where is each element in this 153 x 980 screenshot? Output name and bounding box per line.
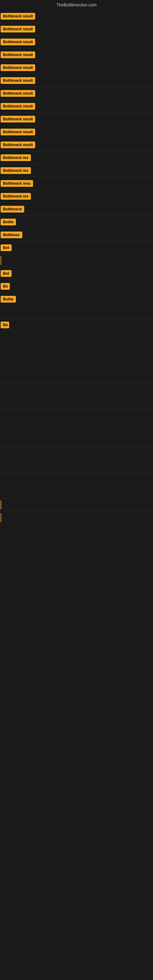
bar-container: Bot (1, 244, 152, 251)
table-row: Bottleneck result (0, 126, 153, 138)
bottleneck-badge: Bottleneck result (1, 51, 35, 58)
bar-container: Bottleneck result (1, 77, 152, 84)
table-row (0, 447, 153, 460)
table-row: Bottleneck res (0, 151, 153, 164)
table-row: Bottlenec (0, 229, 153, 241)
table-row (0, 305, 153, 318)
row-line-indicator (1, 256, 1, 265)
table-row: Bottleneck res (0, 164, 153, 177)
bar-container: Bottleneck res (1, 167, 152, 174)
table-row (0, 434, 153, 447)
table-row (0, 383, 153, 396)
table-row: Bottleneck result (0, 100, 153, 113)
bar-container: Bottleneck resu (1, 180, 152, 187)
table-row: Bot (0, 267, 153, 280)
bottleneck-badge: Bot (1, 244, 12, 251)
table-row: Bo (0, 318, 153, 331)
table-row (0, 422, 153, 434)
bar-container: Bottleneck result (1, 26, 152, 32)
table-row (0, 331, 153, 344)
bottleneck-badge: Bottleneck result (1, 116, 35, 123)
bar-container: Bo (1, 321, 152, 328)
table-row: Bottleneck result (0, 10, 153, 23)
bar-container: Bottleneck result (1, 129, 152, 135)
bar-container: Bottleneck result (1, 13, 152, 20)
bottleneck-badge: Bottleneck result (1, 77, 35, 84)
table-row (0, 370, 153, 383)
table-row: Bo (0, 280, 153, 293)
bottleneck-badge: Bottle (1, 296, 16, 302)
table-row (0, 499, 153, 511)
bottleneck-badge: Bo (1, 283, 10, 290)
table-row: Bottleneck res (0, 190, 153, 203)
bar-container: Bottleneck result (1, 51, 152, 58)
bar-container: Bottleneck result (1, 103, 152, 110)
table-row (0, 486, 153, 499)
bottleneck-badge: Bottleneck res (1, 193, 31, 200)
bottleneck-badge: Bo (1, 321, 9, 328)
row-line-indicator (1, 513, 1, 522)
bottleneck-badge: Bottleneck result (1, 90, 35, 97)
table-row: Bottleneck (0, 203, 153, 216)
bar-container: Bottle (1, 296, 152, 302)
table-row: Bottleneck resu (0, 177, 153, 190)
bottleneck-badge: Bottleneck result (1, 64, 35, 71)
bar-container: Bottleneck (1, 206, 152, 213)
bar-container: Bottleneck result (1, 116, 152, 123)
table-row: Bottle (0, 293, 153, 305)
bottleneck-badge: Bottle (1, 219, 16, 225)
bottleneck-badge: Bottleneck (1, 206, 24, 213)
table-row: Bottleneck result (0, 87, 153, 100)
table-row: Bottleneck result (0, 23, 153, 35)
bottleneck-badge: Bottleneck result (1, 26, 35, 32)
bar-container: Bottleneck result (1, 64, 152, 71)
table-row: Bot (0, 241, 153, 254)
table-row (0, 409, 153, 422)
bar-container: Bot (1, 270, 152, 277)
table-row (0, 473, 153, 486)
site-title: TheBottlenecker.com (0, 0, 153, 10)
bar-container: Bottleneck result (1, 142, 152, 148)
bottleneck-badge: Bottleneck resu (1, 180, 33, 187)
bar-container: Bottlenec (1, 232, 152, 238)
table-row: Bottleneck result (0, 48, 153, 61)
table-row (0, 357, 153, 370)
table-row (0, 460, 153, 473)
table-row: Bottleneck result (0, 138, 153, 151)
table-row: Bottleneck result (0, 61, 153, 74)
bottleneck-badge: Bottlenec (1, 232, 22, 238)
table-row: Bottle (0, 216, 153, 229)
bottleneck-badge: Bottleneck result (1, 142, 35, 148)
bar-container: Bottleneck result (1, 90, 152, 97)
table-row (0, 396, 153, 409)
bottleneck-badge: Bot (1, 270, 12, 277)
bar-container: Bottle (1, 219, 152, 225)
bottleneck-badge: Bottleneck result (1, 13, 35, 20)
table-row: Bottleneck result (0, 113, 153, 126)
bottleneck-badge: Bottleneck result (1, 103, 35, 110)
table-row (0, 511, 153, 524)
bar-container: Bottleneck result (1, 38, 152, 45)
bar-container: Bottleneck res (1, 154, 152, 161)
bottleneck-badge: Bottleneck res (1, 154, 31, 161)
bottleneck-badge: Bottleneck result (1, 129, 35, 135)
bottleneck-badge: Bottleneck res (1, 167, 31, 174)
table-row: Bottleneck result (0, 74, 153, 87)
bar-container: Bottleneck res (1, 193, 152, 200)
bar-container: Bo (1, 283, 152, 290)
table-row (0, 254, 153, 267)
row-line-indicator (1, 500, 1, 509)
table-row (0, 344, 153, 357)
table-row: Bottleneck result (0, 35, 153, 48)
bottleneck-badge: Bottleneck result (1, 38, 35, 45)
